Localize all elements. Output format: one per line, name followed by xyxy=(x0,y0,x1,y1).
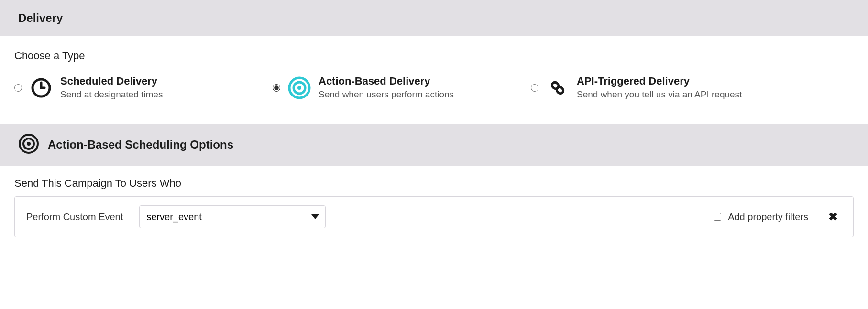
remove-trigger-button[interactable]: ✖ xyxy=(824,209,842,224)
scheduling-options-header: Action-Based Scheduling Options xyxy=(0,124,868,166)
choose-type-section: Choose a Type Scheduled Delivery Send at… xyxy=(0,36,868,124)
trigger-section: Send This Campaign To Users Who Perform … xyxy=(0,166,868,237)
send-to-users-label: Send This Campaign To Users Who xyxy=(14,177,854,190)
close-icon: ✖ xyxy=(828,210,838,223)
radio-api-triggered[interactable] xyxy=(531,84,538,92)
trigger-row: Perform Custom Event server_event Add pr… xyxy=(14,196,854,237)
delivery-title: Delivery xyxy=(18,11,850,25)
add-property-filters-label: Add property filters xyxy=(728,212,808,223)
scheduled-desc: Send at designated times xyxy=(60,88,163,101)
choose-type-label: Choose a Type xyxy=(14,50,854,62)
target-icon xyxy=(18,133,39,156)
delivery-type-options: Scheduled Delivery Send at designated ti… xyxy=(14,75,854,101)
api-triggered-title: API-Triggered Delivery xyxy=(577,75,742,88)
delivery-type-action-based[interactable]: Action-Based Delivery Send when users pe… xyxy=(273,75,502,101)
target-icon xyxy=(288,76,311,99)
svg-rect-7 xyxy=(556,85,564,94)
action-based-title: Action-Based Delivery xyxy=(319,75,454,88)
delivery-type-api-triggered[interactable]: API-Triggered Delivery Send when you tel… xyxy=(531,75,760,101)
delivery-type-scheduled[interactable]: Scheduled Delivery Send at designated ti… xyxy=(14,75,244,101)
delivery-header: Delivery xyxy=(0,0,868,36)
perform-custom-event-label: Perform Custom Event xyxy=(26,212,123,223)
radio-scheduled[interactable] xyxy=(14,84,22,92)
radio-action-based[interactable] xyxy=(273,84,280,92)
clock-icon xyxy=(30,76,53,99)
add-property-filters-checkbox[interactable] xyxy=(714,213,721,221)
svg-point-5 xyxy=(297,86,301,90)
action-based-desc: Send when users perform actions xyxy=(319,88,454,101)
link-icon xyxy=(546,76,569,99)
add-property-filters-group: Add property filters xyxy=(714,212,808,223)
event-select[interactable]: server_event xyxy=(139,205,326,228)
scheduled-title: Scheduled Delivery xyxy=(60,75,163,88)
svg-point-10 xyxy=(27,142,31,146)
event-select-wrap: server_event xyxy=(139,205,326,228)
scheduling-options-title: Action-Based Scheduling Options xyxy=(48,138,233,151)
api-triggered-desc: Send when you tell us via an API request xyxy=(577,88,742,101)
